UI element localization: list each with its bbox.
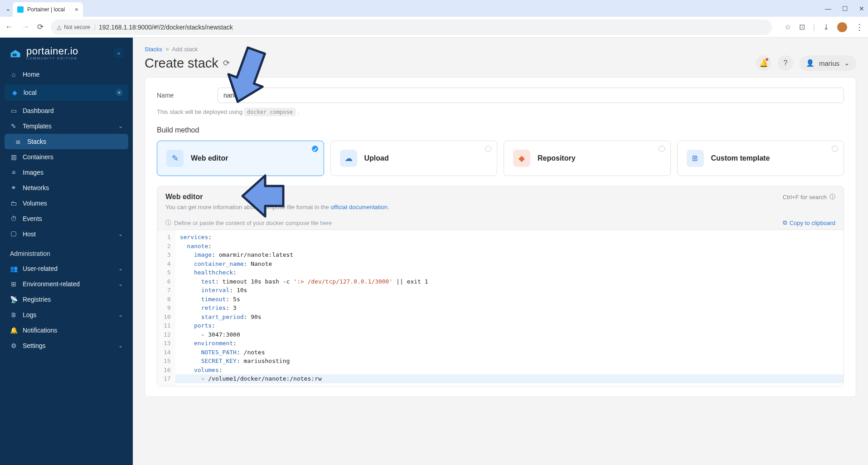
- networks-icon: ⚭: [10, 184, 17, 191]
- sidebar-item-environment-related[interactable]: ⊞Environment-related⌄: [0, 276, 133, 292]
- git-icon: ◆: [513, 150, 530, 167]
- sidebar-label: Home: [23, 71, 39, 78]
- sidebar-item-templates[interactable]: ✎Templates⌄: [0, 118, 133, 134]
- chevron-down-icon: ⌄: [118, 265, 123, 272]
- sidebar-label: Settings: [23, 342, 46, 349]
- collapse-sidebar-button[interactable]: «: [114, 48, 124, 58]
- chevron-down-icon: ⌄: [118, 123, 123, 129]
- sidebar-env-name: local: [24, 89, 37, 96]
- search-hint: Ctrl+F for search: [783, 194, 827, 201]
- help-icon[interactable]: ⓘ: [829, 193, 835, 201]
- page-title: Create stack ⟳: [145, 56, 230, 71]
- sidebar-label: Environment-related: [23, 280, 80, 288]
- sidebar-item-networks[interactable]: ⚭Networks: [0, 180, 133, 196]
- close-environment-icon[interactable]: ×: [116, 89, 123, 96]
- sidebar-item-containers[interactable]: ▥Containers: [0, 149, 133, 165]
- build-method-repository[interactable]: ◆ Repository: [504, 141, 671, 176]
- sidebar-item-registries[interactable]: 📡Registries: [0, 292, 133, 307]
- browser-tab-strip: ⌄ Portainer | local × — ☐ ✕: [0, 0, 868, 17]
- build-method-label: Repository: [538, 154, 576, 162]
- sidebar-environment-head[interactable]: ◆ local ×: [5, 84, 128, 101]
- user-menu[interactable]: 👤 marius ⌄: [800, 55, 856, 71]
- registries-icon: 📡: [10, 296, 17, 303]
- address-bar[interactable]: △ Not secure 192.168.1.18:9000/#!/2/dock…: [51, 20, 772, 35]
- sidebar-item-stacks[interactable]: ≣Stacks: [5, 134, 128, 149]
- minimize-icon[interactable]: —: [825, 5, 831, 12]
- browser-menu-icon[interactable]: ⋮: [855, 22, 863, 32]
- build-method-custom-template[interactable]: 🗎 Custom template: [677, 141, 844, 176]
- home-icon: ⌂: [10, 71, 17, 78]
- sidebar-label: Volumes: [23, 200, 47, 207]
- refresh-icon[interactable]: ⟳: [223, 58, 230, 68]
- gear-icon: ⚙: [10, 342, 17, 349]
- security-label: Not secure: [64, 24, 90, 30]
- selected-indicator-icon: [312, 146, 318, 152]
- sidebar-item-events[interactable]: ⏱Events: [0, 211, 133, 226]
- containers-icon: ▥: [10, 153, 17, 161]
- sidebar-item-volumes[interactable]: 🗀Volumes: [0, 196, 133, 211]
- tab-list-dropdown-icon[interactable]: ⌄: [4, 5, 13, 12]
- dashboard-icon: ▭: [10, 107, 17, 114]
- sidebar-label: Host: [23, 230, 36, 238]
- web-editor-panel: Web editor Ctrl+F for search ⓘ You can g…: [157, 186, 844, 387]
- extensions-icon[interactable]: ⊡: [799, 23, 805, 31]
- sidebar-item-logs[interactable]: 🗎Logs⌄: [0, 307, 133, 323]
- sidebar-label: Images: [23, 169, 44, 176]
- main-content: Stacks > Add stack Create stack ⟳ 🔔 ? 👤 …: [133, 38, 868, 465]
- chevron-down-icon: ⌄: [844, 59, 850, 67]
- sidebar-label: Containers: [23, 153, 53, 161]
- reload-icon[interactable]: ⟳: [37, 22, 44, 32]
- sidebar-label: Templates: [23, 122, 52, 130]
- sidebar-label: Registries: [23, 296, 51, 303]
- build-method-upload[interactable]: ☁ Upload: [330, 141, 498, 176]
- tab-title: Portainer | local: [27, 6, 65, 13]
- upload-icon: ☁: [340, 150, 357, 167]
- profile-avatar[interactable]: [837, 22, 847, 32]
- insecure-icon: △: [57, 24, 61, 30]
- chevron-down-icon: ⌄: [118, 281, 123, 287]
- build-method-label: Custom template: [711, 154, 770, 162]
- sidebar-label: Stacks: [27, 138, 46, 145]
- build-method-title: Build method: [157, 126, 844, 134]
- sidebar-section-administration: Administration: [0, 242, 133, 261]
- name-label: Name: [157, 92, 207, 99]
- compose-code-editor[interactable]: 1234567891011121314151617 services: nano…: [157, 230, 844, 386]
- radio-indicator-icon: [485, 146, 491, 152]
- templates-icon: ✎: [10, 122, 17, 130]
- build-method-label: Upload: [364, 154, 389, 162]
- sidebar-item-settings[interactable]: ⚙Settings⌄: [0, 338, 133, 353]
- editor-title: Web editor: [165, 193, 203, 201]
- sidebar-item-images[interactable]: ≡Images: [0, 165, 133, 180]
- breadcrumb-current: Add stack: [172, 46, 198, 53]
- sidebar-item-home[interactable]: ⌂ Home: [0, 67, 133, 82]
- sidebar-item-dashboard[interactable]: ▭Dashboard: [0, 103, 133, 118]
- bookmark-star-icon[interactable]: ☆: [785, 23, 791, 31]
- maximize-icon[interactable]: ☐: [842, 5, 848, 12]
- events-icon: ⏱: [10, 215, 17, 222]
- back-icon[interactable]: ←: [5, 22, 14, 32]
- breadcrumb-link-stacks[interactable]: Stacks: [145, 46, 162, 53]
- close-tab-icon[interactable]: ×: [75, 6, 78, 13]
- build-method-web-editor[interactable]: ✎ Web editor: [157, 141, 324, 176]
- brand: portainer.io COMMUNITY EDITION «: [0, 42, 133, 67]
- sidebar-label: Logs: [23, 311, 36, 318]
- browser-tab[interactable]: Portainer | local ×: [13, 2, 83, 17]
- sidebar-item-user-related[interactable]: 👥User-related⌄: [0, 261, 133, 276]
- sidebar-label: Dashboard: [23, 107, 54, 114]
- stack-name-input[interactable]: [218, 88, 844, 103]
- close-window-icon[interactable]: ✕: [859, 5, 864, 12]
- sidebar-label: Notifications: [23, 327, 57, 334]
- svg-rect-1: [15, 54, 17, 56]
- notifications-button[interactable]: 🔔: [756, 55, 771, 71]
- url-text: 192.168.1.18:9000/#!/2/docker/stacks/new…: [99, 24, 233, 31]
- sidebar-item-host[interactable]: 🖵Host⌄: [0, 226, 133, 242]
- brand-subtitle: COMMUNITY EDITION: [26, 57, 78, 60]
- downloads-icon[interactable]: ⤓: [823, 23, 829, 31]
- portainer-logo-icon: [9, 47, 22, 59]
- brand-title: portainer.io: [26, 46, 78, 57]
- sidebar-item-notifications[interactable]: 🔔Notifications: [0, 323, 133, 338]
- copy-to-clipboard-button[interactable]: ⧉ Copy to clipboard: [783, 219, 835, 226]
- help-button[interactable]: ?: [778, 55, 793, 71]
- documentation-link[interactable]: official documentation: [330, 204, 388, 210]
- svg-rect-0: [13, 54, 15, 56]
